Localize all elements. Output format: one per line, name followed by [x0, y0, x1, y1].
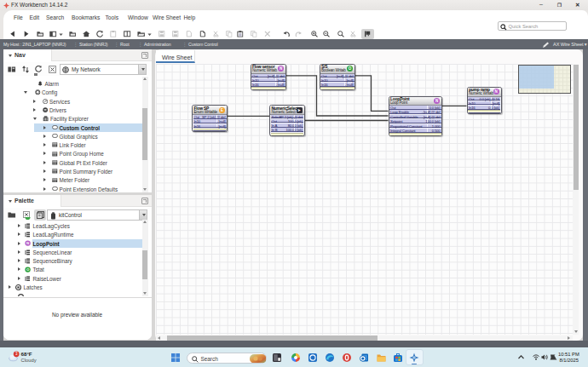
svg-text:O: O	[26, 267, 29, 272]
svg-text:N: N	[26, 241, 29, 245]
